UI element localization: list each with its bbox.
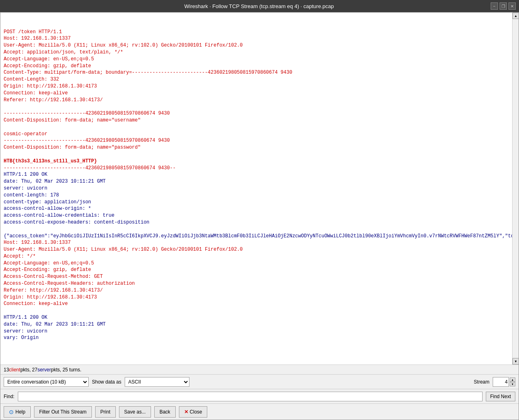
stream-content-area: POST /token HTTP/1.1 Host: 192.168.1.30:… [0,13,519,365]
close-label: Close [190,409,202,415]
vertical-scrollbar[interactable]: ▲ ▼ [512,13,519,365]
client-label: client [9,367,20,373]
scroll-track[interactable] [513,19,519,358]
restore-button[interactable]: ❐ [500,2,507,10]
back-button[interactable]: Back [154,406,176,418]
close-button[interactable]: ✕ [508,2,516,10]
stream-number-input[interactable] [493,377,509,387]
stream-increment-button[interactable]: ▲ [510,377,515,382]
title-bar: Wireshark · Follow TCP Stream (tcp.strea… [0,0,519,12]
find-row: Find: Find Next [0,389,519,403]
close-x-icon: ✕ [184,409,188,415]
save-as-button[interactable]: Save as... [119,406,151,418]
stream-label: Stream [474,379,489,385]
status-middle: pkts, 27 [20,367,37,373]
status-end: pkts, 25 turns. [51,367,81,373]
controls-row: Entire conversation (10 kB)Client→Server… [0,374,519,389]
help-label: Help [15,409,26,415]
print-button[interactable]: Print [95,406,116,418]
status-bar: 13 client pkts, 27 server pkts, 25 turns… [0,365,519,374]
show-data-label: Show data as [92,379,121,385]
window-title: Wireshark · Follow TCP Stream (tcp.strea… [28,3,491,9]
stream-spinner: ▲ ▼ [493,377,515,387]
minimize-button[interactable]: − [491,2,498,10]
help-button[interactable]: ⊙ Help [4,406,31,418]
bottom-row: ⊙ Help Filter Out This Stream Print Save… [0,403,519,420]
find-input[interactable] [18,392,483,401]
data-format-select[interactable]: ASCIIHex DumpC ArraysRawEBCDICHexUTF-8YA… [125,377,189,387]
find-next-button[interactable]: Find Next [486,392,515,401]
stream-text-view[interactable]: POST /token HTTP/1.1 Host: 192.168.1.30:… [0,13,512,365]
scroll-down-arrow[interactable]: ▼ [513,358,519,365]
close-button-bottom[interactable]: ✕ Close [179,406,208,418]
stream-decrement-button[interactable]: ▼ [510,382,515,386]
server-label: server [37,367,51,373]
conversation-select[interactable]: Entire conversation (10 kB)Client→Server… [4,377,89,387]
scroll-up-arrow[interactable]: ▲ [513,13,519,19]
status-text-prefix: 13 [4,367,9,373]
find-label: Find: [4,394,15,399]
filter-out-button[interactable]: Filter Out This Stream [34,406,92,418]
help-icon: ⊙ [9,409,14,415]
